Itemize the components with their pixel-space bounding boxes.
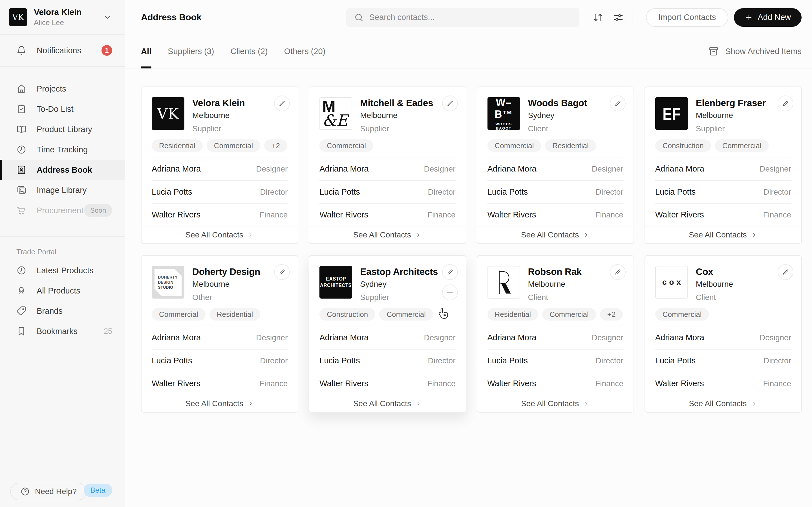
contact-name: Adriana Mora [655, 164, 704, 173]
search-box[interactable] [346, 8, 579, 27]
contact-card[interactable]: W–B™WOODS BAGOT Woods Bagot Sydney Clien… [477, 87, 634, 244]
pencil-icon [446, 269, 454, 276]
tags-row: ConstructionCommercial [319, 308, 455, 321]
sidebar-item-procurement[interactable]: Procurement Soon [0, 200, 124, 221]
see-all-label: See All Contacts [353, 399, 411, 408]
tab-all[interactable]: All [141, 35, 151, 68]
company-name: Eastop Architects [360, 267, 438, 277]
need-help-button[interactable]: Need Help? [10, 483, 87, 500]
see-all-contacts-button[interactable]: See All Contacts [353, 399, 422, 408]
edit-button[interactable] [610, 96, 626, 111]
contact-role: Director [428, 187, 455, 196]
contact-row: Lucia PottsDirector [488, 349, 623, 372]
contact-row: Lucia PottsDirector [488, 180, 623, 203]
contact-row: Walter RiversFinance [319, 372, 455, 395]
sidebar-item-address-book[interactable]: Address Book [0, 160, 124, 180]
contact-card[interactable]: DOHERTYDESIGN STUDIO Doherty Design Melb… [141, 255, 298, 413]
contact-card[interactable]: VK Velora Klein Melbourne Supplier Resid… [141, 87, 298, 244]
sidebar-item-image-library[interactable]: Image Library [0, 180, 124, 200]
edit-button[interactable] [777, 264, 794, 280]
contact-card[interactable]: M&E Mitchell & Eades Melbourne Supplier … [309, 87, 466, 244]
sidebar-item-latest-products[interactable]: Latest Products [0, 260, 124, 281]
sidebar-item-projects[interactable]: Projects [0, 78, 124, 99]
contact-name: Adriana Mora [152, 333, 201, 342]
company-logo: W–B™WOODS BAGOT [488, 97, 520, 130]
show-archived-button[interactable]: Show Archived Items [708, 46, 802, 57]
contact-card[interactable]: EASTOPARCHITECTS Eastop Architects Sydne… [309, 255, 466, 413]
tags-row: Commercial [655, 308, 791, 321]
company-city: Melbourne [696, 111, 766, 120]
contact-role: Designer [256, 165, 288, 173]
tab-suppliers[interactable]: Suppliers (3) [168, 35, 214, 68]
cart-icon [16, 205, 27, 216]
contact-list: Adriana MoraDesignerLucia PottsDirectorW… [319, 326, 455, 395]
add-new-button[interactable]: Add New [734, 8, 802, 27]
company-logo: M&E [319, 97, 352, 130]
image-icon [16, 185, 27, 195]
edit-button[interactable] [274, 264, 290, 280]
see-all-contacts-button[interactable]: See All Contacts [521, 230, 590, 239]
contact-list: Adriana MoraDesignerLucia PottsDirectorW… [655, 326, 791, 395]
filter-button[interactable] [613, 12, 624, 23]
sidebar-item-product-library[interactable]: Product Library [0, 119, 124, 139]
sidebar-item-brands[interactable]: Brands [0, 301, 124, 321]
sort-button[interactable] [592, 12, 604, 23]
edit-button[interactable] [274, 96, 290, 111]
sidebar-item-time-tracking[interactable]: Time Tracking [0, 139, 124, 160]
tags-row: ConstructionCommercial [655, 139, 791, 152]
see-all-contacts-button[interactable]: See All Contacts [521, 399, 590, 408]
see-all-contacts-button[interactable]: See All Contacts [353, 230, 422, 239]
sidebar-item-all-products[interactable]: All Products [0, 281, 124, 301]
contact-role: Designer [424, 165, 455, 173]
see-all-contacts-button[interactable]: See All Contacts [689, 230, 757, 239]
main-content: Address Book Import Contacts Add New All… [125, 0, 812, 507]
contact-card[interactable]: Robson Rak Melbourne Client ResidentialC… [477, 255, 634, 413]
company-logo: VK [152, 97, 185, 130]
company-logo: cox [655, 266, 688, 298]
contact-card[interactable]: EF Elenberg Fraser Melbourne Supplier Co… [645, 87, 802, 244]
card-footer: See All Contacts [142, 226, 298, 243]
edit-button[interactable] [442, 264, 458, 280]
see-all-contacts-button[interactable]: See All Contacts [185, 399, 254, 408]
tags-row: Commercial [319, 139, 455, 152]
company-city: Melbourne [696, 280, 733, 289]
more-options-button[interactable] [442, 284, 458, 300]
contact-name: Walter Rivers [655, 210, 704, 219]
contact-role: Director [596, 187, 623, 196]
sidebar-item-notifications[interactable]: Notifications 1 [0, 35, 124, 67]
open-book-icon [16, 124, 27, 134]
contact-role: Director [763, 356, 791, 365]
workspace-switcher[interactable]: VK Velora Klein Alice Lee [0, 0, 124, 35]
company-city: Melbourne [192, 280, 260, 289]
tag-pill: Commercial [207, 139, 260, 152]
sidebar-item-todo-list[interactable]: To-Do List [0, 99, 124, 119]
see-all-contacts-button[interactable]: See All Contacts [689, 399, 757, 408]
edit-button[interactable] [777, 96, 794, 111]
company-city: Melbourne [192, 111, 245, 120]
edit-button[interactable] [610, 264, 626, 280]
edit-button[interactable] [442, 96, 458, 111]
home-icon [16, 83, 27, 94]
contact-row: Lucia PottsDirector [319, 349, 455, 372]
tag-icon [16, 306, 27, 316]
company-logo: EASTOPARCHITECTS [319, 266, 352, 298]
workspace-avatar: VK [9, 8, 27, 26]
company-type: Client [696, 293, 733, 302]
tab-clients[interactable]: Clients (2) [231, 35, 267, 68]
chevron-down-icon [103, 12, 112, 22]
tab-others[interactable]: Others (20) [284, 35, 326, 68]
see-all-contacts-button[interactable]: See All Contacts [185, 230, 254, 239]
contact-name: Adriana Mora [319, 333, 368, 342]
contact-role: Director [596, 356, 623, 365]
import-contacts-button[interactable]: Import Contacts [646, 8, 728, 27]
logo-text: WOODS BAGOT [488, 122, 520, 130]
see-all-label: See All Contacts [689, 399, 747, 408]
contact-name: Lucia Potts [152, 356, 192, 365]
chevron-right-icon [247, 231, 254, 238]
see-all-label: See All Contacts [185, 399, 243, 408]
search-input[interactable] [369, 13, 571, 22]
sidebar-item-bookmarks[interactable]: Bookmarks 25 [0, 321, 124, 341]
contact-card[interactable]: cox Cox Melbourne Client Commercial Adri… [645, 255, 802, 413]
company-city: Sydney [360, 280, 438, 289]
card-header: Robson Rak Melbourne Client [488, 266, 623, 302]
